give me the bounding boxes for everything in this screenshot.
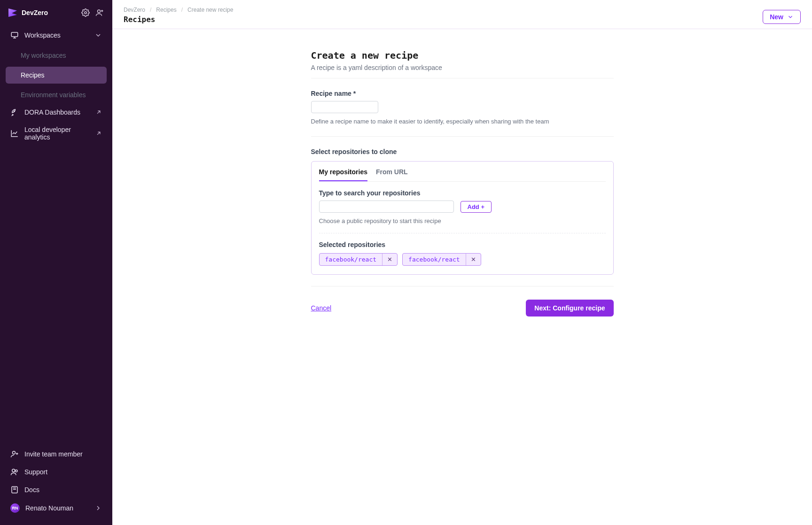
chevron-down-icon: [94, 31, 102, 39]
cancel-button[interactable]: Cancel: [311, 304, 332, 312]
repo-search-input[interactable]: [319, 201, 454, 213]
sidebar-item-label: Local developer analytics: [24, 126, 84, 141]
create-recipe-form: Create a new recipe A recipe is a yaml d…: [311, 50, 614, 525]
book-icon: [10, 486, 19, 494]
sidebar-item-recipes[interactable]: Recipes: [6, 67, 107, 84]
sidebar-item-label: Workspaces: [24, 31, 61, 39]
repos-label: Select repositories to clone: [311, 148, 614, 155]
sidebar-item-label: My workspaces: [21, 52, 66, 59]
brand-name: DevZero: [22, 9, 48, 16]
recipe-name-help: Define a recipe name to make it easier t…: [311, 118, 614, 125]
chevron-down-icon: [787, 14, 794, 20]
new-button-label: New: [770, 13, 783, 21]
chevron-right-icon: [94, 504, 102, 512]
breadcrumb: DevZero / Recipes / Create new recipe: [124, 7, 233, 13]
recipe-name-input[interactable]: [311, 101, 378, 113]
rocket-icon: [10, 108, 19, 116]
brand[interactable]: DevZero: [8, 8, 48, 17]
sidebar-item-docs[interactable]: Docs: [6, 481, 107, 499]
divider: [319, 233, 606, 233]
repo-tabs: My repositories From URL: [319, 162, 606, 182]
next-button[interactable]: Next: Configure recipe: [526, 300, 613, 317]
sidebar-item-support[interactable]: Support: [6, 463, 107, 481]
selected-repos: facebook/react ✕ facebook/react ✕: [319, 253, 606, 266]
sidebar-item-dora[interactable]: DORA Dashboards: [6, 103, 107, 121]
svg-point-0: [85, 12, 87, 14]
repo-chip-label: facebook/react: [403, 254, 466, 265]
user-plus-icon: [10, 450, 19, 458]
selected-repos-label: Selected repositories: [319, 241, 606, 248]
sidebar-item-label: Docs: [24, 486, 39, 494]
monitor-icon: [10, 31, 19, 39]
close-icon[interactable]: ✕: [382, 254, 397, 265]
sidebar-item-my-workspaces[interactable]: My workspaces: [6, 47, 107, 64]
svg-point-5: [12, 469, 15, 472]
form-title: Create a new recipe: [311, 50, 614, 61]
sidebar-item-label: DORA Dashboards: [24, 108, 80, 116]
user-name: Renato Nouman: [25, 504, 73, 512]
main: DevZero / Recipes / Create new recipe Re…: [112, 0, 812, 525]
external-link-icon: [95, 109, 102, 116]
tab-from-url[interactable]: From URL: [376, 168, 408, 181]
breadcrumb-sep: /: [181, 7, 183, 13]
recipe-name-label: Recipe name *: [311, 90, 614, 97]
svg-point-6: [16, 470, 18, 472]
tab-my-repositories[interactable]: My repositories: [319, 168, 367, 181]
devzero-logo-icon: [8, 8, 17, 17]
sidebar-item-label: Invite team member: [24, 450, 83, 458]
sidebar-item-analytics[interactable]: Local developer analytics: [6, 121, 107, 146]
sidebar-item-workspaces[interactable]: Workspaces: [6, 26, 107, 44]
svg-point-3: [14, 111, 15, 112]
breadcrumb-item: Create new recipe: [187, 7, 233, 13]
repo-chip: facebook/react ✕: [402, 253, 481, 266]
repo-chip: facebook/react ✕: [319, 253, 398, 266]
breadcrumb-sep: /: [150, 7, 151, 13]
topbar: DevZero / Recipes / Create new recipe Re…: [112, 0, 812, 29]
repo-chip-label: facebook/react: [320, 254, 383, 265]
gear-icon[interactable]: [81, 8, 90, 17]
close-icon[interactable]: ✕: [466, 254, 481, 265]
repo-search-label: Type to search your repositories: [319, 189, 606, 197]
svg-point-1: [98, 10, 101, 13]
add-repo-button[interactable]: Add +: [461, 201, 492, 213]
breadcrumb-item[interactable]: Recipes: [156, 7, 176, 13]
sidebar-item-label: Support: [24, 468, 47, 476]
new-button[interactable]: New: [763, 10, 801, 24]
sidebar-item-label: Recipes: [21, 71, 45, 79]
svg-rect-2: [11, 32, 18, 37]
sidebar-bottom: Invite team member Support Docs RN Renat…: [0, 441, 112, 525]
sidebar-item-invite[interactable]: Invite team member: [6, 445, 107, 463]
sidebar-item-label: Environment variables: [21, 91, 86, 99]
svg-point-4: [13, 451, 16, 454]
external-link-icon: [95, 130, 102, 137]
users-icon: [10, 468, 19, 476]
sidebar: DevZero Workspaces My workspaces Rec: [0, 0, 112, 525]
avatar: RN: [10, 503, 20, 513]
form-subtitle: A recipe is a yaml description of a work…: [311, 64, 614, 71]
page-title: Recipes: [124, 15, 233, 24]
sidebar-nav: Workspaces My workspaces Recipes Environ…: [0, 22, 112, 441]
repo-card: My repositories From URL Type to search …: [311, 161, 614, 275]
repo-search-help: Choose a public repository to start this…: [319, 217, 606, 224]
sidebar-item-env-vars[interactable]: Environment variables: [6, 86, 107, 103]
breadcrumb-item[interactable]: DevZero: [124, 7, 145, 13]
invite-user-icon[interactable]: [95, 8, 104, 17]
sidebar-item-account[interactable]: RN Renato Nouman: [6, 499, 107, 517]
chart-icon: [10, 129, 19, 138]
